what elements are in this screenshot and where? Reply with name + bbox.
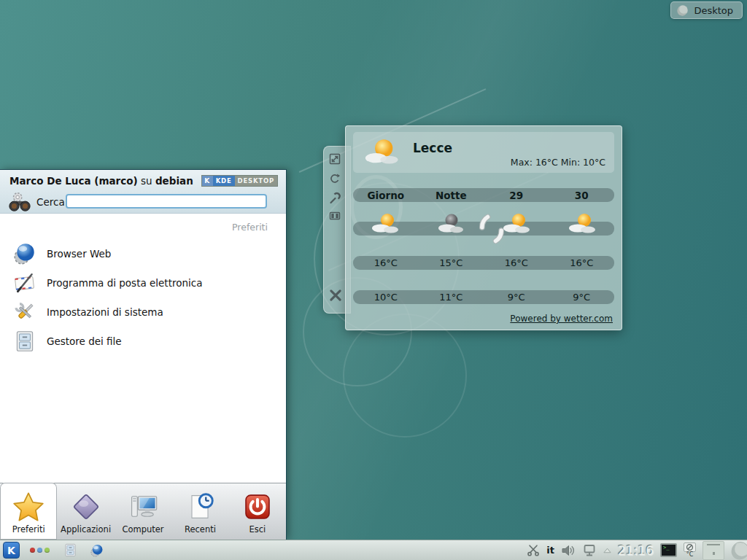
close-icon[interactable] (328, 288, 343, 303)
recent-documents-icon (184, 491, 216, 523)
settings-slots-icon[interactable] (328, 209, 343, 224)
host-name: debian (155, 175, 193, 187)
tab-label: Preferiti (12, 524, 45, 534)
terminal-icon[interactable]: >_ (660, 543, 677, 557)
tab-recenti[interactable]: Recenti (171, 483, 228, 540)
wetter-credit-link[interactable]: Powered by wetter.com (510, 314, 613, 324)
badge-desktop-label: DESKTOP (235, 176, 277, 186)
weather-header: Lecce Max: 16°C Min: 10°C (353, 132, 614, 173)
tab-computer[interactable]: Computer (115, 483, 171, 540)
search-label: Cerca: (36, 196, 68, 208)
keyboard-layout-indicator[interactable]: it (546, 545, 554, 556)
favorite-item-systemsettings[interactable]: Impostazioni di sistema (0, 298, 283, 327)
file-manager-icon (12, 329, 37, 354)
col-30: 30 (549, 188, 615, 202)
resize-icon[interactable] (328, 152, 343, 167)
favorite-label: Impostazioni di sistema (47, 306, 163, 318)
badge-kde-label: KDE (213, 176, 235, 186)
konqueror-globe-icon[interactable] (90, 543, 104, 558)
col-giorno: Giorno (353, 188, 419, 202)
weather-widget: Lecce Max: 16°C Min: 10°C Giorno Notte 2… (345, 125, 622, 330)
weather-city: Lecce (413, 141, 452, 155)
kickoff-header: Marco De Luca (marco) su debian K KDE DE… (0, 170, 286, 214)
tab-esci[interactable]: Esci (229, 483, 286, 540)
panel-cashew-icon[interactable] (731, 541, 747, 560)
night-temp: 11°C (419, 290, 484, 304)
weather-day-temps: 16°C 15°C 16°C 16°C (353, 256, 614, 270)
volume-icon[interactable] (561, 544, 576, 557)
applications-icon (70, 491, 102, 523)
day-temp: 16°C (549, 256, 615, 270)
kickoff-tab-bar: Preferiti Applicazioni Computer (0, 483, 286, 540)
pager-dot-red[interactable] (30, 548, 35, 553)
network-monitor-icon[interactable] (582, 544, 597, 557)
toolbox-label: Desktop (694, 5, 733, 16)
user-connector: su (138, 175, 155, 187)
night-temp: 9°C (549, 290, 615, 304)
cloud-icon (434, 211, 469, 236)
wallpaper-ring (343, 314, 467, 438)
user-name: Marco De Luca (marco) (9, 175, 138, 187)
tab-applicazioni[interactable]: Applicazioni (57, 483, 114, 540)
desktop-toolbox[interactable]: Desktop (670, 1, 743, 19)
tray-expander-icon[interactable] (603, 548, 611, 553)
kde-logo-icon: K (202, 176, 213, 186)
day-temp: 16°C (484, 256, 549, 270)
day-temp: 15°C (419, 256, 484, 270)
col-29: 29 (484, 188, 549, 202)
system-tray: it 21:16 >_ °C (527, 541, 747, 560)
col-notte: Notte (419, 188, 484, 202)
day-temp: 16°C (353, 256, 419, 270)
pager-dot-blue[interactable] (37, 548, 42, 553)
digital-clock[interactable]: 21:16 (618, 543, 654, 558)
tab-preferiti[interactable]: Preferiti (0, 483, 57, 540)
panel-left: K (0, 542, 104, 559)
favorite-item-filemanager[interactable]: Gestore dei file (0, 327, 283, 356)
favorites-list: Browser Web Programma di posta elettroni… (0, 239, 283, 356)
cashew-icon (677, 4, 689, 16)
sun-cloud-icon (368, 211, 403, 236)
file-manager-icon[interactable] (63, 542, 78, 558)
email-icon (12, 271, 37, 295)
rotate-icon[interactable] (328, 173, 343, 187)
favorite-label: Programma di posta elettronica (47, 277, 202, 289)
star-icon (12, 491, 44, 523)
configure-wrench-icon[interactable] (328, 192, 343, 206)
night-temp: 10°C (353, 290, 419, 304)
weather-tray-label: °C (686, 552, 694, 558)
weather-condition-row (353, 222, 614, 236)
kickoff-launcher: Marco De Luca (marco) su debian K KDE DE… (0, 169, 287, 540)
bottom-panel: K it 21:16 >_ (0, 540, 747, 560)
tab-label: Recenti (185, 524, 216, 534)
pager-dots[interactable] (30, 548, 50, 553)
sun-cloud-icon (500, 211, 535, 236)
weather-column-headers: Giorno Notte 29 30 (353, 188, 614, 202)
search-input[interactable] (66, 194, 267, 209)
klipper-scissors-icon[interactable] (527, 544, 540, 556)
kmenu-launcher-button[interactable]: K (3, 542, 20, 559)
kickoff-body: Preferiti Browser Web (0, 214, 286, 483)
weather-night-temps: 10°C 11°C 9°C 9°C (353, 290, 614, 304)
pager-dot-green[interactable] (44, 548, 50, 553)
favorite-item-email[interactable]: Programma di posta elettronica (0, 268, 283, 298)
favorite-label: Gestore dei file (47, 335, 122, 347)
mini-panel-widget[interactable] (703, 541, 724, 560)
tab-label: Esci (249, 524, 266, 534)
favorite-label: Browser Web (47, 248, 111, 260)
tab-label: Applicazioni (61, 524, 111, 534)
favorite-item-browser[interactable]: Browser Web (0, 239, 283, 268)
weather-tray-icon[interactable]: °C (684, 542, 696, 558)
night-temp: 9°C (484, 290, 549, 304)
sun-cloud-icon (565, 211, 600, 236)
favorites-section-label: Preferiti (232, 222, 268, 233)
konqueror-globe-icon (12, 241, 37, 266)
weather-max-min: Max: 16°C Min: 10°C (511, 157, 605, 168)
computer-icon (127, 491, 159, 523)
sun-icon (362, 135, 404, 167)
kde-desktop-badge: K KDE DESKTOP (201, 175, 278, 187)
search-row: Cerca: (0, 190, 286, 214)
user-host-title: Marco De Luca (marco) su debian (9, 175, 193, 187)
tab-label: Computer (122, 524, 163, 534)
search-binoculars-icon (7, 190, 32, 214)
system-settings-icon (12, 300, 37, 324)
